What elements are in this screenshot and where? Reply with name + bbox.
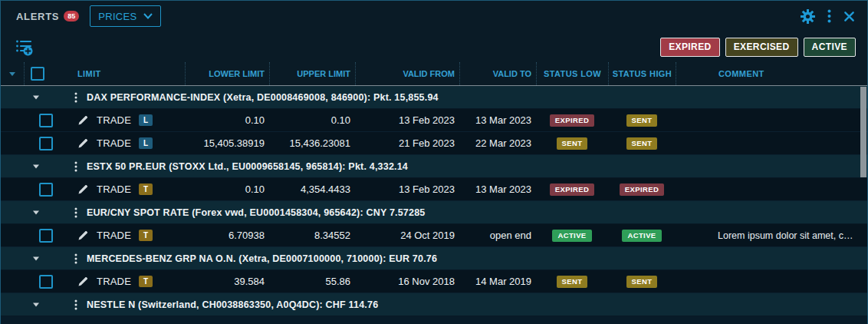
- status-low-cell: EXPIRED: [536, 109, 608, 131]
- kebab-menu-icon[interactable]: [74, 253, 77, 264]
- group-title: DAX PERFORMANCE-INDEX (Xetra, DE00084690…: [87, 92, 439, 103]
- chevron-down-icon[interactable]: [33, 95, 39, 99]
- filter-expired-button[interactable]: EXPIRED: [660, 38, 719, 57]
- comment-value: Lorem ipsum dolor sit amet, c…: [718, 230, 853, 241]
- alert-count-badge: 85: [64, 11, 79, 21]
- alert-type-badge: T: [139, 276, 153, 287]
- row-checkbox[interactable]: [39, 183, 53, 197]
- group-row[interactable]: EUR/CNY SPOT RATE (Forex vwd, EU00014583…: [1, 201, 867, 224]
- comment-cell: [676, 132, 867, 154]
- lower-limit-value: 0.10: [185, 109, 269, 131]
- kebab-menu-icon[interactable]: [74, 161, 77, 172]
- column-header-valid-from[interactable]: VALID FROM: [355, 62, 459, 85]
- close-icon[interactable]: [843, 11, 855, 22]
- column-header-lower-limit[interactable]: LOWER LIMIT: [185, 62, 269, 85]
- edit-pencil-icon[interactable]: [77, 230, 89, 241]
- sort-chevron-icon[interactable]: [9, 72, 15, 76]
- limit-cell: TRADE T: [77, 224, 185, 246]
- collapse-all-cell: [1, 62, 24, 85]
- chevron-down-icon[interactable]: [33, 256, 39, 260]
- gear-icon[interactable]: [801, 9, 815, 24]
- chevron-down-icon[interactable]: [33, 303, 39, 306]
- kebab-menu-icon[interactable]: [74, 299, 77, 310]
- table-row: TRADE L 15,405.38919 15,436.23081 21 Feb…: [1, 132, 867, 155]
- group-row[interactable]: MERCEDES-BENZ GRP NA O.N. (Xetra, DE0007…: [1, 247, 867, 270]
- edit-pencil-icon[interactable]: [77, 183, 89, 195]
- table-row: TRADE T 0.10 4,354.4433 13 Feb 2023 13 M…: [1, 178, 867, 201]
- column-header-comment[interactable]: COMMENT: [676, 62, 867, 85]
- valid-from-value: 21 Feb 2023: [355, 132, 459, 154]
- vertical-scrollbar[interactable]: [860, 87, 866, 323]
- status-high-badge: ACTIVE: [622, 230, 661, 242]
- table-row: TRADE L 0.10 0.10 13 Feb 2023 13 Mar 202…: [1, 109, 867, 132]
- check-cell: [24, 270, 77, 293]
- scrollbar-thumb[interactable]: [860, 87, 866, 177]
- edit-pencil-icon[interactable]: [77, 276, 89, 287]
- chevron-down-icon[interactable]: [33, 210, 39, 214]
- alert-type-label: TRADE: [97, 183, 131, 195]
- table-row: TRADE T 6.70938 8.34552 24 Oct 2019 open…: [1, 224, 867, 247]
- status-high-badge: SENT: [626, 137, 658, 150]
- kebab-menu-icon[interactable]: [74, 207, 77, 218]
- filter-exercised-button[interactable]: EXERCISED: [725, 38, 798, 57]
- alert-type-badge: T: [139, 183, 153, 195]
- row-checkbox[interactable]: [39, 137, 53, 150]
- status-low-cell: SENT: [536, 270, 608, 293]
- alert-type-label: TRADE: [97, 114, 131, 126]
- lower-limit-value: 6.70938: [185, 224, 269, 246]
- lower-limit-value: 39.584: [185, 270, 269, 293]
- edit-pencil-icon[interactable]: [77, 137, 89, 149]
- status-high-cell: SENT: [608, 270, 676, 293]
- caret-cell: [1, 178, 24, 200]
- row-checkbox[interactable]: [39, 229, 53, 243]
- alert-type-label: TRADE: [97, 137, 131, 149]
- column-header-upper-limit[interactable]: UPPER LIMIT: [269, 62, 355, 85]
- edit-pencil-icon[interactable]: [77, 114, 89, 126]
- table-row: TRADE T 39.584 55.86 16 Nov 2018 14 Mar …: [1, 270, 867, 293]
- column-header-limit[interactable]: LIMIT: [77, 62, 185, 85]
- filter-active-button[interactable]: ACTIVE: [804, 38, 856, 57]
- caret-cell: [1, 109, 24, 131]
- kebab-menu-icon[interactable]: [74, 92, 77, 103]
- valid-to-value: open end: [459, 224, 536, 246]
- column-header-status-low[interactable]: STATUS LOW: [536, 62, 608, 85]
- status-high-cell: SENT: [608, 132, 676, 154]
- check-cell: [24, 178, 77, 200]
- limit-cell: TRADE T: [77, 270, 185, 293]
- chevron-down-icon[interactable]: [33, 164, 39, 168]
- column-header-status-high[interactable]: STATUS HIGH: [608, 62, 676, 85]
- upper-limit-value: 8.34552: [269, 224, 355, 246]
- status-high-cell: SENT: [608, 109, 676, 131]
- caret-cell: [1, 224, 24, 246]
- alerts-window: ALERTS 85 PRICES: [0, 0, 868, 324]
- valid-from-value: 13 Feb 2023: [355, 109, 459, 131]
- view-selector-dropdown[interactable]: PRICES: [90, 5, 161, 27]
- column-header-valid-to[interactable]: VALID TO: [459, 62, 536, 85]
- view-selector-label: PRICES: [98, 11, 136, 22]
- limit-cell: TRADE L: [77, 109, 185, 131]
- status-high-badge: SENT: [626, 276, 658, 288]
- upper-limit-value: 15,436.23081: [269, 132, 355, 154]
- group-row[interactable]: NESTLE N (Switzerland, CH0038863350, A0Q…: [1, 293, 867, 316]
- status-low-cell: SENT: [536, 132, 608, 154]
- kebab-menu-icon[interactable]: [827, 9, 831, 23]
- select-all-checkbox[interactable]: [31, 67, 44, 81]
- add-alert-list-icon[interactable]: [15, 38, 34, 57]
- group-title: MERCEDES-BENZ GRP NA O.N. (Xetra, DE0007…: [87, 253, 437, 264]
- group-row[interactable]: ESTX 50 PR.EUR (STOXX Ltd., EU0009658145…: [1, 155, 867, 178]
- upper-limit-value: 55.86: [269, 270, 355, 293]
- comment-cell: [676, 270, 867, 293]
- group-row[interactable]: DAX PERFORMANCE-INDEX (Xetra, DE00084690…: [1, 86, 867, 109]
- check-cell: [24, 132, 77, 154]
- valid-from-value: 16 Nov 2018: [355, 270, 459, 293]
- status-filter-buttons: EXPIRED EXERCISED ACTIVE: [660, 38, 856, 57]
- valid-to-value: 13 Mar 2023: [459, 109, 536, 131]
- caret-cell: [1, 132, 24, 154]
- comment-cell: Lorem ipsum dolor sit amet, c…: [676, 224, 867, 246]
- valid-to-value: 14 Mar 2019: [459, 270, 536, 293]
- row-checkbox[interactable]: [39, 114, 53, 127]
- status-low-cell: EXPIRED: [536, 178, 608, 200]
- row-checkbox[interactable]: [39, 275, 53, 289]
- limit-cell: TRADE L: [77, 132, 185, 154]
- status-high-badge: EXPIRED: [620, 183, 665, 196]
